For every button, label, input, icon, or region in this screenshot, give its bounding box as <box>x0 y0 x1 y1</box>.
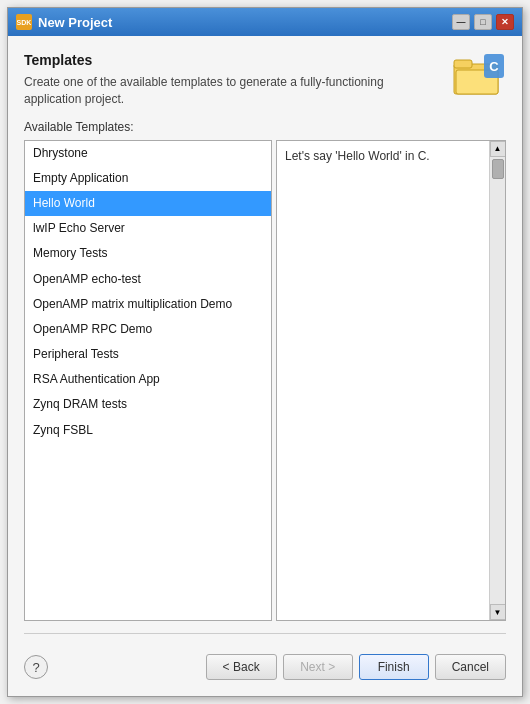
template-item-5[interactable]: OpenAMP echo-test <box>25 267 271 292</box>
separator <box>24 633 506 634</box>
main-window: SDK New Project — □ ✕ Templates Create o… <box>7 7 523 697</box>
template-list: DhrystoneEmpty ApplicationHello WorldlwI… <box>25 141 271 443</box>
close-button[interactable]: ✕ <box>496 14 514 30</box>
template-item-8[interactable]: Peripheral Tests <box>25 342 271 367</box>
scroll-track <box>490 157 505 604</box>
template-item-3[interactable]: lwIP Echo Server <box>25 216 271 241</box>
template-list-container[interactable]: DhrystoneEmpty ApplicationHello WorldlwI… <box>24 140 272 621</box>
main-panels: DhrystoneEmpty ApplicationHello WorldlwI… <box>24 140 506 621</box>
available-templates-label: Available Templates: <box>24 120 506 134</box>
scroll-down-arrow[interactable]: ▼ <box>490 604 506 620</box>
description-scrollbar[interactable]: ▲ ▼ <box>489 141 505 620</box>
section-title: Templates <box>24 52 392 68</box>
cancel-button[interactable]: Cancel <box>435 654 506 680</box>
sdk-icon: SDK <box>16 14 32 30</box>
title-bar: SDK New Project — □ ✕ <box>8 8 522 36</box>
next-button[interactable]: Next > <box>283 654 353 680</box>
minimize-button[interactable]: — <box>452 14 470 30</box>
header-area: Templates Create one of the available te… <box>24 52 506 120</box>
template-item-1[interactable]: Empty Application <box>25 166 271 191</box>
header-text-area: Templates Create one of the available te… <box>24 52 452 120</box>
svg-text:C: C <box>489 59 499 74</box>
svg-rect-1 <box>454 60 472 68</box>
maximize-button[interactable]: □ <box>474 14 492 30</box>
header-description: Create one of the available templates to… <box>24 74 392 108</box>
help-button[interactable]: ? <box>24 655 48 679</box>
template-item-6[interactable]: OpenAMP matrix multiplication Demo <box>25 292 271 317</box>
back-button[interactable]: < Back <box>206 654 277 680</box>
scroll-thumb[interactable] <box>492 159 504 179</box>
template-item-4[interactable]: Memory Tests <box>25 241 271 266</box>
template-item-9[interactable]: RSA Authentication App <box>25 367 271 392</box>
scroll-up-arrow[interactable]: ▲ <box>490 141 506 157</box>
template-item-11[interactable]: Zynq FSBL <box>25 418 271 443</box>
window-controls: — □ ✕ <box>452 14 514 30</box>
template-item-0[interactable]: Dhrystone <box>25 141 271 166</box>
button-row: ? < Back Next > Finish Cancel <box>24 646 506 680</box>
description-panel: Let's say 'Hello World' in C. ▲ ▼ <box>276 140 506 621</box>
template-item-7[interactable]: OpenAMP RPC Demo <box>25 317 271 342</box>
description-text: Let's say 'Hello World' in C. <box>277 141 505 620</box>
window-title: New Project <box>38 15 452 30</box>
dialog-content: Templates Create one of the available te… <box>8 36 522 696</box>
folder-icon: C <box>452 52 506 100</box>
navigation-buttons: < Back Next > Finish Cancel <box>206 654 506 680</box>
template-item-10[interactable]: Zynq DRAM tests <box>25 392 271 417</box>
finish-button[interactable]: Finish <box>359 654 429 680</box>
template-item-2[interactable]: Hello World <box>25 191 271 216</box>
